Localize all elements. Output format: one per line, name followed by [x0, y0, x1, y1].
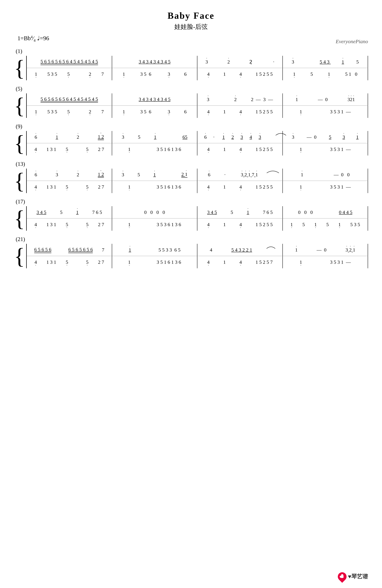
note: 4· [239, 71, 242, 77]
note: 3· [168, 71, 170, 77]
staff-system-5: { 5 6 5 6 5 6 5 6 4 5 4 5 4 5 4 5 3 4 3 … [14, 93, 368, 118]
measure-1-4: 3· 5 4 3 1· 5 [283, 56, 368, 67]
barline [368, 68, 368, 80]
measure-13-1: 6· 3· 2· 1· 2· [27, 169, 112, 180]
barline [368, 244, 368, 256]
note-group: 3· 2· 1· [345, 247, 355, 253]
staves-21: 6 5 6 5 6 6 5 6 5 6 5 6 7 1· 5 5 3 3 6 5… [26, 244, 368, 268]
note-group: 3· 2· 1· 7 1· [241, 172, 258, 178]
staves-5: 5 6 5 6 5 6 5 6 4 5 4 5 4 5 4 5 3 4 3 4 … [26, 93, 368, 118]
staff-system-21: { 6 5 6 5 6 6 5 6 5 6 5 6 7 1· 5 5 3 3 6… [14, 244, 368, 268]
staff-system-17: { 3 4 5 5 1· 7 6 5 0 0 0 0 3 4 5 5 [14, 206, 368, 231]
bass-measure-1-3: 4· 1 4· 1 5 2 5 5 [197, 69, 282, 80]
measure-17-4: 0 0 0 0 4 4 5 [283, 207, 368, 218]
treble-9: 6· 1· 2· 1· 2· 3· 5 1· 65 [27, 131, 368, 143]
staves-17: 3 4 5 5 1· 7 6 5 0 0 0 0 3 4 5 5 1· 7 6 … [26, 206, 368, 231]
page-title: Baby Face [14, 10, 368, 21]
tempo-line: 1=Bb4⁄4 ♩=96 [14, 35, 368, 43]
brace-1: { [14, 56, 25, 80]
note-group: 3 4 3 4 3 4 3 4 5 [139, 59, 171, 65]
measure-5-2: 3 4 3 4 3 4 3 4 5 [112, 94, 197, 105]
note: 1· [296, 97, 298, 102]
note: 4· [207, 71, 210, 77]
logo-text: ♥琴艺谱 [348, 573, 368, 581]
note: 1· [293, 71, 296, 77]
barline [368, 168, 368, 181]
bass-measure-5-1: 1· 5 3 5 5· 2· 7 [27, 106, 112, 118]
measure-9-3: 6·· 1· 2· 3· 4· 3· [197, 131, 282, 143]
measure-17-1: 3 4 5 5 1· 7 6 5 [27, 207, 112, 218]
measure-17-3: 3 4 5 5 1· 7 6 5 [197, 207, 282, 218]
note: 1· [342, 59, 344, 65]
bass-measure-21-2: 1· 3 5 1 6 1 3 6 [112, 257, 197, 268]
note-group: 6 5 6 5 6 5 6 [68, 247, 93, 253]
measure-21-4: 1· — 0 3· 2· 1· [283, 244, 368, 255]
barline [368, 143, 368, 155]
bass-13: 4· 1 3 1 5· 5· 2 7 1· 3 5 1 6 1 3 6 4· 1 [27, 181, 368, 193]
bass-measure-5-4: 1· 3 5 3 1 — [283, 106, 368, 118]
bass-measure-9-2: 1· 3 5 1 6 1 3 6 [112, 144, 197, 155]
bass-measure-13-3: 4· 1 4· 1 5 2 5 5 [197, 181, 282, 193]
barline [368, 93, 368, 105]
note-group: 5 [329, 134, 331, 140]
section-label-5: (5) [14, 85, 368, 92]
bass-measure-5-3: 4· 1 4· 1 5 2 5 5 [197, 106, 282, 118]
note: 2· [89, 71, 91, 77]
note: 3· [207, 97, 209, 102]
note-group: 5 6 5 6 5 6 5 6 4 5 4 5 4 5 4 5 [40, 96, 98, 103]
barline [368, 181, 368, 193]
logo-icon [336, 570, 348, 583]
watermark: EveryonePiano [336, 39, 368, 44]
section-13: (13) { 6· 3· 2· 1· 2· 3· 5 1· [14, 161, 368, 193]
treble-13: 6· 3· 2· 1· 2· 3· 5 1· 2 1· [27, 168, 368, 181]
note: 1· [35, 71, 37, 77]
bass-measure-5-2: 1· 3 5 6 3· 6 [112, 106, 197, 118]
note-group: 3·2·1· [348, 97, 355, 102]
staff-system-9: { 6· 1· 2· 1· 2· 3· 5 1· [14, 131, 368, 155]
section-17: (17) { 3 4 5 5 1· 7 6 5 0 0 0 0 3 4 5 [14, 198, 368, 231]
note: 3· [205, 59, 208, 65]
measure-21-1: 6 5 6 5 6 6 5 6 5 6 5 6 7 [27, 244, 112, 255]
section-1: (1) { 5 6 5 6 5 6 5 6 4 5 4 5 4 5 4 5 3 … [14, 48, 368, 80]
treble-5: 5 6 5 6 5 6 5 6 4 5 4 5 4 5 4 5 3 4 3 4 … [27, 93, 368, 106]
note-group: 0 4 4 5 [339, 210, 352, 215]
note: 2· [228, 59, 230, 65]
note-group: 65 [183, 134, 187, 140]
bass-measure-13-1: 4· 1 3 1 5· 5· 2 7 [27, 181, 112, 193]
bass-measure-9-3: 4· 1 4· 1 5 2 5 5 [197, 144, 282, 155]
bass-measure-9-1: 4· 1 3 1 5· 5· 2 7 [27, 144, 112, 155]
bass-measure-21-4: 1· 3 5 3 1 — [283, 257, 368, 268]
bass-5: 1· 5 3 5 5· 2· 7 1· 3 5 6 3· 6 4· [27, 106, 368, 118]
bass-measure-17-4: 1· 5 1· 5 1· 5 3 5 [283, 219, 368, 230]
note-group: 3 4 5 [207, 210, 217, 215]
note: 1· [328, 71, 330, 77]
brace-21: { [14, 244, 25, 268]
note-group: 3 4 5 [37, 210, 46, 215]
bass-measure-17-3: 4· 1 4· 1 5 2 5 5 [197, 219, 282, 230]
measure-1-1: 5 6 5 6 5 6 5 6 4 5 4 5 4 5 4 5 [27, 56, 112, 67]
measure-5-3: 3· 2· 2 — 3 — [197, 94, 282, 105]
bass-21: 4· 1 3 1 5· 5· 2 7 1· 3 5 1 6 1 3 6 4· 1 [27, 256, 368, 268]
note-group: 5 6 5 6 5 6 5 6 4 5 4 5 4 5 4 5 [40, 59, 98, 65]
section-label-1: (1) [14, 48, 368, 54]
bass-measure-13-2: 1· 3 5 1 6 1 3 6 [112, 181, 197, 193]
barline [368, 106, 368, 118]
bass-measure-1-4: 1· 5 1· 5 1 0 [283, 69, 368, 80]
treble-1: 5 6 5 6 5 6 5 6 4 5 4 5 4 5 4 5 3 4 3 4 … [27, 56, 368, 68]
barline [368, 206, 368, 218]
measure-9-2: 3· 5 1· 65 [112, 131, 197, 143]
section-5: (5) { 5 6 5 6 5 6 5 6 4 5 4 5 4 5 4 5 3 … [14, 85, 368, 118]
staff-system-1: { 5 6 5 6 5 6 5 6 4 5 4 5 4 5 4 5 3 4 3 … [14, 56, 368, 80]
brace-9: { [14, 131, 25, 155]
bass-measure-21-1: 4· 1 3 1 5· 5· 2 7 [27, 257, 112, 268]
bass-measure-9-4: 1· 3 5 3 1 — [283, 144, 368, 155]
barline [368, 131, 368, 143]
note-group: 3 4 3 4 3 4 3 4 5 [139, 97, 171, 103]
section-label-9: (9) [14, 123, 368, 130]
measure-17-2: 0 0 0 0 [112, 207, 197, 218]
brace-5: { [14, 93, 25, 118]
measure-21-2: 1· 5 5 3 3 6 5 [112, 244, 197, 255]
note: 5· [67, 71, 70, 77]
measure-9-4: 3· — 0 5 3· 1· [283, 131, 368, 143]
section-9: (9) { 6· 1· 2· 1· 2· 3· 5 1· [14, 123, 368, 155]
